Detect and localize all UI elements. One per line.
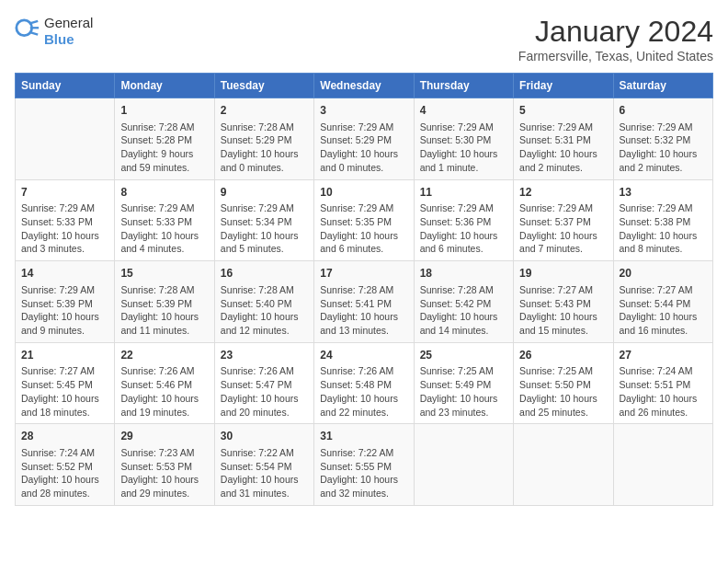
day-number: 28 — [21, 429, 108, 444]
calendar-cell: 18Sunrise: 7:28 AM Sunset: 5:42 PM Dayli… — [414, 261, 513, 343]
day-number: 7 — [21, 185, 108, 201]
day-info: Sunrise: 7:29 AM Sunset: 5:38 PM Dayligh… — [620, 201, 707, 256]
day-number: 18 — [420, 266, 507, 282]
day-number: 12 — [519, 185, 607, 201]
day-info: Sunrise: 7:24 AM Sunset: 5:52 PM Dayligh… — [21, 446, 108, 500]
weekday-header-saturday: Saturday — [613, 74, 712, 98]
weekday-header-friday: Friday — [514, 74, 613, 98]
day-info: Sunrise: 7:29 AM Sunset: 5:31 PM Dayligh… — [519, 121, 607, 175]
day-info: Sunrise: 7:25 AM Sunset: 5:49 PM Dayligh… — [420, 364, 507, 419]
day-info: Sunrise: 7:27 AM Sunset: 5:44 PM Dayligh… — [620, 283, 707, 338]
calendar-cell: 20Sunrise: 7:27 AM Sunset: 5:44 PM Dayli… — [613, 261, 712, 343]
calendar-cell: 30Sunrise: 7:22 AM Sunset: 5:54 PM Dayli… — [214, 424, 313, 506]
calendar-cell: 1Sunrise: 7:28 AM Sunset: 5:28 PM Daylig… — [115, 98, 214, 180]
svg-line-3 — [29, 32, 38, 35]
day-number: 17 — [320, 266, 407, 282]
calendar-row-5: 28Sunrise: 7:24 AM Sunset: 5:52 PM Dayli… — [16, 424, 713, 506]
calendar-cell: 15Sunrise: 7:28 AM Sunset: 5:39 PM Dayli… — [115, 261, 214, 343]
day-info: Sunrise: 7:28 AM Sunset: 5:42 PM Dayligh… — [420, 283, 507, 338]
day-number: 9 — [221, 185, 308, 201]
calendar-cell: 26Sunrise: 7:25 AM Sunset: 5:50 PM Dayli… — [514, 342, 613, 424]
day-number: 3 — [320, 103, 407, 119]
calendar-cell — [514, 424, 613, 506]
day-number: 5 — [519, 103, 607, 119]
calendar-cell: 13Sunrise: 7:29 AM Sunset: 5:38 PM Dayli… — [613, 179, 712, 261]
day-info: Sunrise: 7:29 AM Sunset: 5:39 PM Dayligh… — [21, 283, 108, 338]
weekday-header-tuesday: Tuesday — [214, 74, 313, 98]
day-number: 15 — [120, 266, 208, 282]
day-info: Sunrise: 7:26 AM Sunset: 5:47 PM Dayligh… — [221, 364, 308, 419]
calendar-cell: 8Sunrise: 7:29 AM Sunset: 5:33 PM Daylig… — [115, 179, 214, 261]
calendar-cell: 14Sunrise: 7:29 AM Sunset: 5:39 PM Dayli… — [16, 261, 115, 343]
day-number: 19 — [519, 266, 607, 282]
calendar-cell: 17Sunrise: 7:28 AM Sunset: 5:41 PM Dayli… — [314, 261, 414, 343]
day-number: 6 — [620, 103, 707, 119]
day-number: 4 — [420, 103, 507, 119]
day-info: Sunrise: 7:26 AM Sunset: 5:46 PM Dayligh… — [120, 364, 208, 419]
day-number: 21 — [21, 348, 108, 363]
weekday-header-wednesday: Wednesday — [314, 74, 414, 98]
logo: General Blue — [15, 15, 93, 48]
weekday-header-sunday: Sunday — [16, 74, 115, 98]
calendar-cell: 29Sunrise: 7:23 AM Sunset: 5:53 PM Dayli… — [115, 424, 214, 506]
day-info: Sunrise: 7:22 AM Sunset: 5:54 PM Dayligh… — [221, 446, 308, 500]
day-number: 23 — [221, 348, 308, 363]
day-info: Sunrise: 7:27 AM Sunset: 5:45 PM Dayligh… — [21, 364, 108, 419]
day-number: 31 — [320, 429, 407, 444]
logo-icon — [15, 18, 40, 44]
calendar-cell — [613, 424, 712, 506]
day-number: 27 — [620, 348, 707, 363]
day-number: 2 — [221, 103, 308, 119]
day-info: Sunrise: 7:29 AM Sunset: 5:36 PM Dayligh… — [420, 201, 507, 256]
calendar-cell: 23Sunrise: 7:26 AM Sunset: 5:47 PM Dayli… — [214, 342, 313, 424]
day-info: Sunrise: 7:23 AM Sunset: 5:53 PM Dayligh… — [120, 446, 208, 500]
day-number: 14 — [21, 266, 108, 282]
calendar-cell: 22Sunrise: 7:26 AM Sunset: 5:46 PM Dayli… — [115, 342, 214, 424]
calendar-cell: 6Sunrise: 7:29 AM Sunset: 5:32 PM Daylig… — [613, 98, 712, 180]
day-info: Sunrise: 7:22 AM Sunset: 5:55 PM Dayligh… — [320, 446, 407, 500]
day-info: Sunrise: 7:27 AM Sunset: 5:43 PM Dayligh… — [519, 283, 607, 338]
calendar-cell: 2Sunrise: 7:28 AM Sunset: 5:29 PM Daylig… — [214, 98, 313, 180]
day-info: Sunrise: 7:28 AM Sunset: 5:29 PM Dayligh… — [221, 121, 308, 175]
logo-line1: General — [44, 15, 93, 31]
day-number: 24 — [320, 348, 407, 363]
calendar-cell: 7Sunrise: 7:29 AM Sunset: 5:33 PM Daylig… — [16, 179, 115, 261]
calendar-table: SundayMondayTuesdayWednesdayThursdayFrid… — [15, 73, 713, 506]
day-number: 1 — [120, 103, 208, 119]
calendar-cell — [16, 98, 115, 180]
day-number: 10 — [320, 185, 407, 201]
calendar-row-3: 14Sunrise: 7:29 AM Sunset: 5:39 PM Dayli… — [16, 261, 713, 343]
day-number: 13 — [620, 185, 707, 201]
weekday-header-row: SundayMondayTuesdayWednesdayThursdayFrid… — [16, 74, 713, 98]
day-info: Sunrise: 7:29 AM Sunset: 5:35 PM Dayligh… — [320, 201, 407, 256]
calendar-cell: 25Sunrise: 7:25 AM Sunset: 5:49 PM Dayli… — [414, 342, 513, 424]
day-number: 16 — [221, 266, 308, 282]
calendar-cell: 28Sunrise: 7:24 AM Sunset: 5:52 PM Dayli… — [16, 424, 115, 506]
calendar-subtitle: Farmersville, Texas, United States — [518, 49, 713, 63]
calendar-cell: 24Sunrise: 7:26 AM Sunset: 5:48 PM Dayli… — [314, 342, 414, 424]
day-number: 20 — [620, 266, 707, 282]
day-info: Sunrise: 7:26 AM Sunset: 5:48 PM Dayligh… — [320, 364, 407, 419]
day-number: 22 — [120, 348, 208, 363]
calendar-title: January 2024 — [518, 15, 713, 49]
svg-line-1 — [29, 21, 38, 24]
calendar-cell: 21Sunrise: 7:27 AM Sunset: 5:45 PM Dayli… — [16, 342, 115, 424]
day-number: 30 — [221, 429, 308, 444]
title-block: January 2024 Farmersville, Texas, United… — [518, 15, 713, 63]
day-info: Sunrise: 7:28 AM Sunset: 5:28 PM Dayligh… — [120, 121, 208, 175]
day-info: Sunrise: 7:28 AM Sunset: 5:41 PM Dayligh… — [320, 283, 407, 338]
calendar-cell: 9Sunrise: 7:29 AM Sunset: 5:34 PM Daylig… — [214, 179, 313, 261]
calendar-cell: 5Sunrise: 7:29 AM Sunset: 5:31 PM Daylig… — [514, 98, 613, 180]
day-number: 11 — [420, 185, 507, 201]
day-info: Sunrise: 7:29 AM Sunset: 5:34 PM Dayligh… — [221, 201, 308, 256]
calendar-row-2: 7Sunrise: 7:29 AM Sunset: 5:33 PM Daylig… — [16, 179, 713, 261]
logo-line2: Blue — [44, 31, 93, 48]
day-info: Sunrise: 7:29 AM Sunset: 5:33 PM Dayligh… — [120, 201, 208, 256]
day-info: Sunrise: 7:29 AM Sunset: 5:33 PM Dayligh… — [21, 201, 108, 256]
weekday-header-thursday: Thursday — [414, 74, 513, 98]
calendar-cell: 27Sunrise: 7:24 AM Sunset: 5:51 PM Dayli… — [613, 342, 712, 424]
calendar-cell — [414, 424, 513, 506]
day-info: Sunrise: 7:29 AM Sunset: 5:32 PM Dayligh… — [620, 121, 707, 175]
calendar-cell: 12Sunrise: 7:29 AM Sunset: 5:37 PM Dayli… — [514, 179, 613, 261]
calendar-cell: 4Sunrise: 7:29 AM Sunset: 5:30 PM Daylig… — [414, 98, 513, 180]
